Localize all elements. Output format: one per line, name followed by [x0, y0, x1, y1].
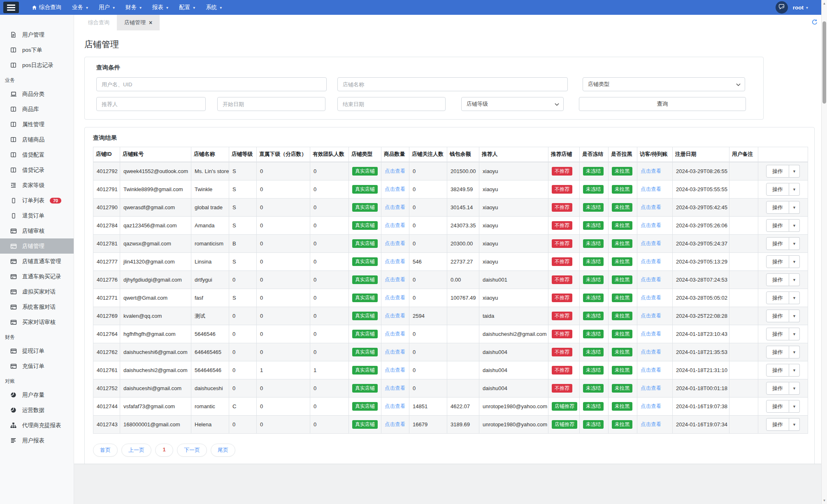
action-button[interactable]: 操作 [766, 364, 789, 377]
user-menu[interactable]: root ▾ [793, 5, 808, 11]
visitor-view-link[interactable]: 点击查看 [641, 349, 661, 355]
action-button[interactable]: 操作 [766, 310, 789, 322]
goods-view-link[interactable]: 点击查看 [385, 331, 405, 337]
visitor-view-link[interactable]: 点击查看 [641, 367, 661, 373]
action-caret-button[interactable]: ▼ [789, 165, 800, 178]
nav-item-general-query[interactable]: 综合查询 [26, 0, 67, 15]
sidebar-item-loan-record[interactable]: 借贷记录 [0, 162, 74, 178]
sidebar-item-goods-library[interactable]: 商品库 [0, 102, 74, 117]
sidebar-item-train-purchase-record[interactable]: 直通车购买记录 [0, 269, 74, 284]
visitor-view-link[interactable]: 点击查看 [641, 403, 661, 409]
sidebar-item-loan-config[interactable]: 借贷配置 [0, 147, 74, 162]
nav-item-report[interactable]: 报表▾ [147, 0, 174, 15]
action-caret-button[interactable]: ▼ [789, 328, 800, 340]
visitor-view-link[interactable]: 点击查看 [641, 277, 661, 282]
chat-button[interactable] [776, 1, 788, 14]
goods-view-link[interactable]: 点击查看 [385, 204, 405, 210]
goods-view-link[interactable]: 点击查看 [385, 259, 405, 264]
sidebar-item-user-management[interactable]: 用户管理 [0, 27, 74, 42]
visitor-view-link[interactable]: 点击查看 [641, 259, 661, 264]
action-caret-button[interactable]: ▼ [789, 201, 800, 214]
action-button[interactable]: 操作 [766, 346, 789, 358]
action-caret-button[interactable]: ▼ [789, 310, 800, 322]
close-icon[interactable]: × [149, 20, 152, 25]
goods-view-link[interactable]: 点击查看 [385, 168, 405, 174]
action-button[interactable]: 操作 [766, 273, 789, 286]
pagination-next[interactable]: 下一页 [177, 444, 207, 457]
goods-view-link[interactable]: 点击查看 [385, 349, 405, 355]
nav-item-system[interactable]: 系统▾ [200, 0, 227, 15]
goods-view-link[interactable]: 点击查看 [385, 403, 405, 409]
refresh-icon[interactable] [811, 19, 818, 25]
sidebar-item-goods-category[interactable]: 商品分类 [0, 86, 74, 102]
action-button[interactable]: 操作 [766, 328, 789, 340]
action-caret-button[interactable]: ▼ [789, 346, 800, 358]
scroll-down-icon[interactable]: ▼ [822, 499, 827, 502]
sidebar-item-seller-level[interactable]: 卖家等级 [0, 178, 74, 193]
action-caret-button[interactable]: ▼ [789, 219, 800, 232]
sidebar-item-pos-order[interactable]: pos下单 [0, 42, 74, 58]
goods-view-link[interactable]: 点击查看 [385, 313, 405, 319]
tab-general-query[interactable]: 综合查询 [81, 15, 117, 30]
visitor-view-link[interactable]: 点击查看 [641, 385, 661, 391]
sidebar-item-virtual-buyer-chat[interactable]: 虚拟买家对话 [0, 284, 74, 299]
action-caret-button[interactable]: ▼ [789, 382, 800, 395]
goods-view-link[interactable]: 点击查看 [385, 295, 405, 301]
visitor-view-link[interactable]: 点击查看 [641, 186, 661, 192]
action-caret-button[interactable]: ▼ [789, 183, 800, 196]
sidebar-item-store-goods[interactable]: 店铺商品 [0, 132, 74, 147]
goods-view-link[interactable]: 点击查看 [385, 421, 405, 427]
action-caret-button[interactable]: ▼ [789, 273, 800, 286]
scrollbar-thumb[interactable] [822, 21, 826, 104]
action-caret-button[interactable]: ▼ [789, 400, 800, 413]
sidebar-item-recharge-order[interactable]: 充值订单 [0, 358, 74, 374]
action-button[interactable]: 操作 [766, 382, 789, 395]
hamburger-menu-button[interactable] [3, 2, 19, 13]
action-caret-button[interactable]: ▼ [789, 364, 800, 377]
pagination-prev[interactable]: 上一页 [121, 444, 151, 457]
pagination-page-1[interactable]: 1 [155, 444, 173, 457]
scroll-up-icon[interactable]: ▲ [822, 2, 827, 5]
goods-view-link[interactable]: 点击查看 [385, 222, 405, 228]
store-name-input[interactable] [337, 77, 568, 91]
action-button[interactable]: 操作 [766, 291, 789, 304]
action-button[interactable]: 操作 [766, 219, 789, 232]
action-caret-button[interactable]: ▼ [789, 255, 800, 268]
sidebar-item-system-service-chat[interactable]: 系统客服对话 [0, 299, 74, 314]
action-button[interactable]: 操作 [766, 418, 789, 431]
goods-view-link[interactable]: 点击查看 [385, 367, 405, 373]
sidebar-item-store-train-management[interactable]: 店铺直通车管理 [0, 254, 74, 269]
sidebar-item-attribute-management[interactable]: 属性管理 [0, 117, 74, 132]
sidebar-item-return-order[interactable]: 退货订单 [0, 208, 74, 223]
action-caret-button[interactable]: ▼ [789, 418, 800, 431]
tab-store-management[interactable]: 店铺管理× [117, 15, 160, 30]
action-button[interactable]: 操作 [766, 183, 789, 196]
visitor-view-link[interactable]: 点击查看 [641, 222, 661, 228]
nav-item-config[interactable]: 配置▾ [174, 0, 200, 15]
visitor-view-link[interactable]: 点击查看 [641, 295, 661, 301]
sidebar-item-user-report[interactable]: 用户报表 [0, 433, 74, 448]
action-button[interactable]: 操作 [766, 237, 789, 250]
action-caret-button[interactable]: ▼ [789, 291, 800, 304]
sidebar-item-buyer-chat-audit[interactable]: 买家对话审核 [0, 314, 74, 330]
sidebar-item-store-audit[interactable]: 店铺审核 [0, 223, 74, 238]
store-type-select[interactable]: 店铺类型 [583, 77, 745, 91]
sidebar-item-withdraw-order[interactable]: 提现订单 [0, 343, 74, 358]
goods-view-link[interactable]: 点击查看 [385, 385, 405, 391]
referrer-input[interactable] [96, 97, 206, 111]
end-date-input[interactable] [337, 97, 446, 111]
pagination-first[interactable]: 首页 [93, 444, 118, 457]
username-uid-input[interactable] [96, 77, 327, 91]
sidebar-item-order-list[interactable]: 订单列表70 [0, 193, 74, 208]
nav-item-user[interactable]: 用户▾ [93, 0, 120, 15]
visitor-view-link[interactable]: 点击查看 [641, 313, 661, 319]
sidebar-item-user-stock[interactable]: 用户存量 [0, 387, 74, 402]
sidebar-item-operation-data[interactable]: 运营数据 [0, 402, 74, 418]
start-date-input[interactable] [217, 97, 325, 111]
pagination-last[interactable]: 尾页 [211, 444, 235, 457]
visitor-view-link[interactable]: 点击查看 [641, 168, 661, 174]
action-button[interactable]: 操作 [766, 165, 789, 178]
goods-view-link[interactable]: 点击查看 [385, 277, 405, 282]
action-button[interactable]: 操作 [766, 400, 789, 413]
sidebar-item-pos-log[interactable]: pos日志记录 [0, 58, 74, 73]
